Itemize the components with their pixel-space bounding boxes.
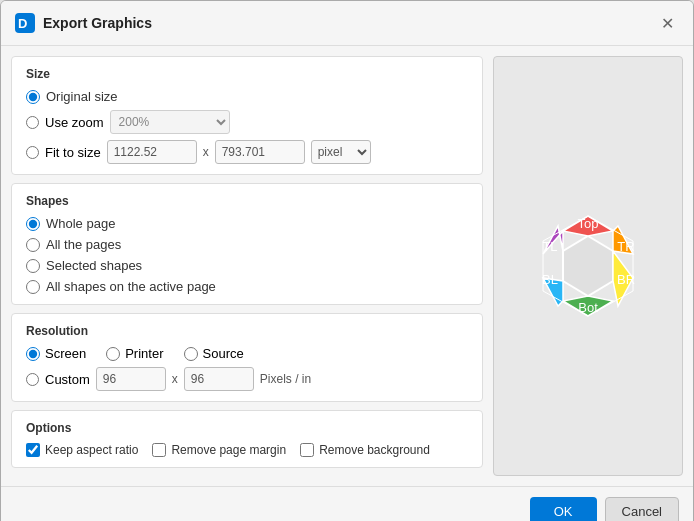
all-active-radio[interactable] [26,280,40,294]
custom-row: Custom 96 x 96 Pixels / in [26,367,468,391]
options-section: Options Keep aspect ratio Remove page ma… [11,410,483,468]
size-section-title: Size [26,67,468,81]
dialog-title: Export Graphics [43,15,152,31]
title-bar-left: D Export Graphics [15,13,152,33]
options-row: Keep aspect ratio Remove page margin Rem… [26,443,468,457]
unit-select[interactable]: pixel mm cm inch [311,140,371,164]
fit-to-size-label[interactable]: Fit to size [45,145,101,160]
original-size-radio[interactable] [26,90,40,104]
remove-margin-option: Remove page margin [152,443,286,457]
svg-marker-2 [563,236,613,296]
svg-text:TL: TL [542,239,557,254]
screen-radio[interactable] [26,347,40,361]
original-size-row: Original size [26,89,468,104]
printer-label[interactable]: Printer [125,346,163,361]
keep-aspect-label[interactable]: Keep aspect ratio [45,443,138,457]
preview-box: Top TR BR Bot BL TL [493,56,683,476]
custom-x-input[interactable]: 96 [96,367,166,391]
options-section-title: Options [26,421,468,435]
fit-height-input[interactable]: 793.701 [215,140,305,164]
svg-text:BL: BL [542,272,558,287]
all-active-label[interactable]: All shapes on the active page [46,279,216,294]
whole-page-row: Whole page [26,216,468,231]
all-pages-label[interactable]: All the pages [46,237,121,252]
printer-radio[interactable] [106,347,120,361]
pixels-label: Pixels / in [260,372,311,386]
preview-graphic: Top TR BR Bot BL TL [523,206,653,326]
remove-bg-option: Remove background [300,443,430,457]
shapes-section: Shapes Whole page All the pages Selected… [11,183,483,305]
screen-label[interactable]: Screen [45,346,86,361]
ok-button[interactable]: OK [530,497,597,521]
keep-aspect-checkbox[interactable] [26,443,40,457]
custom-radio[interactable] [26,373,39,386]
zoom-select[interactable]: 200% [110,110,230,134]
remove-margin-label[interactable]: Remove page margin [171,443,286,457]
resolution-section: Resolution Screen Printer Source [11,313,483,402]
size-section: Size Original size Use zoom 200% [11,56,483,175]
svg-text:TR: TR [617,239,634,254]
all-pages-radio[interactable] [26,238,40,252]
keep-aspect-option: Keep aspect ratio [26,443,138,457]
fit-width-input[interactable]: 1122.52 [107,140,197,164]
svg-text:D: D [18,16,27,31]
selected-shapes-row: Selected shapes [26,258,468,273]
use-zoom-label[interactable]: Use zoom [45,115,104,130]
source-option: Source [184,346,244,361]
custom-y-input[interactable]: 96 [184,367,254,391]
custom-label[interactable]: Custom [45,372,90,387]
remove-margin-checkbox[interactable] [152,443,166,457]
selected-shapes-radio[interactable] [26,259,40,273]
export-graphics-dialog: D Export Graphics ✕ Size Original size U… [0,0,694,521]
svg-text:Top: Top [578,216,599,231]
all-active-row: All shapes on the active page [26,279,468,294]
remove-bg-label[interactable]: Remove background [319,443,430,457]
fit-separator: x [203,145,209,159]
cancel-button[interactable]: Cancel [605,497,679,521]
screen-option: Screen [26,346,86,361]
svg-text:BR: BR [617,272,635,287]
source-radio[interactable] [184,347,198,361]
custom-sep: x [172,372,178,386]
whole-page-label[interactable]: Whole page [46,216,115,231]
printer-option: Printer [106,346,163,361]
app-icon: D [15,13,35,33]
left-panel: Size Original size Use zoom 200% [11,56,483,476]
close-button[interactable]: ✕ [655,11,679,35]
shapes-section-title: Shapes [26,194,468,208]
remove-bg-checkbox[interactable] [300,443,314,457]
original-size-label[interactable]: Original size [46,89,118,104]
whole-page-radio[interactable] [26,217,40,231]
resolution-radio-row: Screen Printer Source [26,346,468,361]
dialog-body: Size Original size Use zoom 200% [1,46,693,486]
use-zoom-row: Use zoom 200% [26,110,468,134]
fit-to-size-radio[interactable] [26,146,39,159]
dialog-footer: OK Cancel [1,486,693,521]
svg-text:Bot: Bot [578,300,598,315]
title-bar: D Export Graphics ✕ [1,1,693,46]
resolution-section-title: Resolution [26,324,468,338]
use-zoom-radio[interactable] [26,116,39,129]
all-pages-row: All the pages [26,237,468,252]
source-label[interactable]: Source [203,346,244,361]
selected-shapes-label[interactable]: Selected shapes [46,258,142,273]
right-panel: Top TR BR Bot BL TL [493,56,683,476]
fit-to-size-row: Fit to size 1122.52 x 793.701 pixel mm c… [26,140,468,164]
